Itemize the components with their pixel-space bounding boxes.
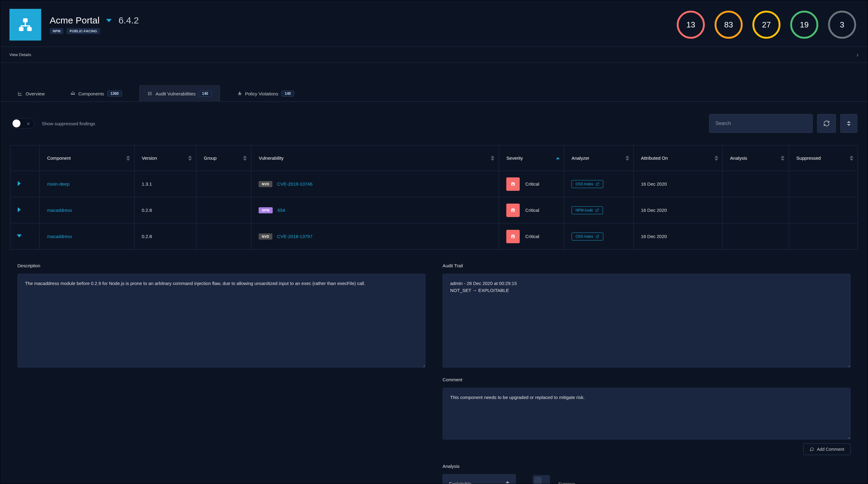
component-link[interactable]: macaddress (47, 234, 72, 239)
bug-icon (506, 230, 520, 243)
search-input[interactable] (709, 114, 813, 133)
component-link[interactable]: mixin-deep (47, 181, 69, 187)
tab-components[interactable]: Components 1360 (62, 85, 130, 101)
hierarchy-icon (9, 9, 41, 40)
row-expander[interactable] (18, 181, 21, 186)
tab-policy-violations[interactable]: Policy Violations 140 (229, 85, 303, 101)
components-count-badge: 1360 (107, 91, 122, 97)
bug-icon (506, 178, 520, 191)
cell-attributed-on: 16 Dec 2020 (633, 171, 722, 197)
tasks-icon (148, 91, 153, 96)
suppress-toggle[interactable] (533, 475, 550, 484)
tag-npm: NPM (50, 28, 63, 34)
col-group[interactable]: Group (196, 146, 251, 171)
table-row: macaddress 0.2.8 NVD CVE-2018-13797 Crit… (10, 223, 858, 250)
svg-rect-1 (20, 28, 23, 31)
comment-icon (810, 447, 814, 451)
severity-label: Critical (525, 234, 539, 239)
view-details-bar[interactable]: View Details › (0, 47, 868, 63)
col-attributed-on[interactable]: Attributed On (633, 146, 722, 171)
cell-group (196, 223, 251, 250)
ring-low[interactable]: 19 (790, 11, 818, 39)
svg-rect-2 (28, 28, 31, 31)
cell-attributed-on: 16 Dec 2020 (633, 223, 722, 250)
project-name[interactable]: Acme Portal (50, 15, 99, 26)
cell-analysis (722, 197, 789, 223)
cell-version: 0.2.8 (134, 223, 196, 250)
analyzer-link[interactable]: OSS Index (571, 180, 603, 188)
tag-public-facing: PUBLIC-FACING (66, 28, 100, 34)
chevron-down-icon[interactable] (106, 19, 112, 22)
cell-suppressed (789, 223, 858, 250)
description-label: Description (18, 263, 426, 268)
bug-icon (506, 203, 520, 217)
vulnerability-link[interactable]: CVE-2018-13797 (277, 234, 313, 239)
project-tags: NPM PUBLIC-FACING (50, 28, 139, 34)
col-severity[interactable]: Severity (499, 146, 564, 171)
show-suppressed-label: Show suppressed findings (42, 121, 95, 126)
analyzer-link[interactable]: OSS Index (571, 232, 603, 240)
svg-rect-7 (148, 95, 149, 95)
row-expander[interactable] (18, 207, 21, 212)
show-suppressed-toggle[interactable]: × (11, 118, 34, 129)
severity-rings: 13 83 27 19 3 (677, 11, 859, 39)
close-icon: × (27, 121, 30, 127)
cell-version: 1.3.1 (134, 171, 196, 197)
refresh-icon (823, 120, 830, 127)
col-version[interactable]: Version (134, 146, 196, 171)
cell-version: 0.2.8 (134, 197, 196, 223)
comment-label: Comment (442, 377, 850, 382)
svg-rect-3 (148, 92, 149, 93)
finding-details-panel: Description Audit Trail Comment Add Comm… (0, 250, 868, 484)
column-options-button[interactable] (840, 114, 857, 133)
ring-medium[interactable]: 27 (752, 11, 780, 39)
severity-label: Critical (525, 181, 539, 187)
col-analysis[interactable]: Analysis (722, 146, 789, 171)
vuln-source-badge: NVD (259, 233, 272, 239)
severity-label: Critical (525, 207, 539, 213)
cell-group (196, 171, 251, 197)
vulnerabilities-table: Component Version Group Vulnerability Se… (10, 145, 858, 250)
cell-analysis (722, 171, 789, 197)
analysis-label: Analysis (442, 463, 850, 469)
view-details-label: View Details (9, 53, 31, 57)
tab-overview[interactable]: Overview (9, 85, 53, 101)
add-comment-label: Add Comment (817, 447, 844, 452)
vuln-source-badge: NPM (259, 207, 272, 213)
ring-unassigned[interactable]: 3 (828, 11, 856, 39)
col-suppressed[interactable]: Suppressed (789, 146, 858, 171)
vulnerability-link[interactable]: CVE-2019-10746 (277, 181, 313, 187)
col-vulnerability[interactable]: Vulnerability (251, 146, 499, 171)
tab-components-label: Components (79, 91, 104, 96)
tab-policy-label: Policy Violations (245, 91, 278, 96)
cell-suppressed (789, 171, 858, 197)
cubes-icon (70, 91, 75, 96)
tab-audit-vulnerabilities[interactable]: Audit Vulnerabilities 140 (140, 85, 220, 102)
svg-rect-5 (148, 93, 149, 94)
analysis-value: Exploitable (449, 481, 471, 484)
cell-group (196, 197, 251, 223)
refresh-button[interactable] (817, 114, 836, 133)
table-row: macaddress 0.2.8 NPM 654 Critical NPM Au… (10, 197, 858, 223)
cell-attributed-on: 16 Dec 2020 (633, 197, 722, 223)
col-analyzer[interactable]: Analyzer (564, 146, 633, 171)
suppress-label: Suppress (558, 482, 575, 484)
audit-trail-textarea[interactable] (442, 274, 850, 367)
description-textarea[interactable] (18, 274, 426, 367)
vulnerability-link[interactable]: 654 (278, 207, 285, 213)
audit-count-badge: 140 (198, 91, 211, 97)
ring-high[interactable]: 83 (715, 11, 743, 39)
table-row: mixin-deep 1.3.1 NVD CVE-2019-10746 Crit… (10, 171, 858, 197)
row-expander[interactable] (17, 234, 22, 237)
header: Acme Portal 6.4.2 NPM PUBLIC-FACING 13 8… (0, 0, 868, 47)
cell-suppressed (789, 197, 858, 223)
col-component[interactable]: Component (40, 146, 134, 171)
ring-critical[interactable]: 13 (677, 11, 705, 39)
stamp-icon (237, 91, 242, 96)
add-comment-button[interactable]: Add Comment (803, 444, 850, 455)
comment-textarea[interactable] (442, 388, 850, 440)
component-link[interactable]: macaddress (47, 207, 72, 213)
analysis-select[interactable]: Exploitable (442, 474, 516, 484)
analyzer-link[interactable]: NPM Audit (571, 206, 603, 214)
caret-down-icon (847, 124, 850, 126)
